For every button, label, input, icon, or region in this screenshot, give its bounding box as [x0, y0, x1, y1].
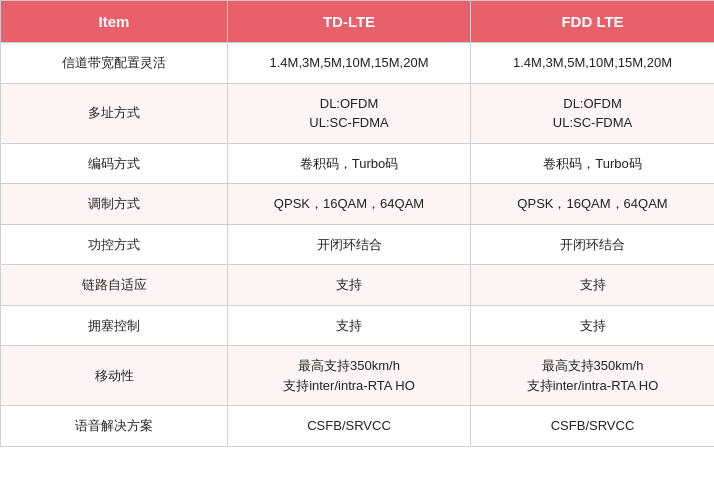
cell-item: 功控方式: [1, 224, 228, 265]
cell-item: 链路自适应: [1, 265, 228, 306]
header-item: Item: [1, 1, 228, 43]
cell-item: 信道带宽配置灵活: [1, 43, 228, 84]
cell-item: 编码方式: [1, 143, 228, 184]
table-row: 编码方式卷积码，Turbo码卷积码，Turbo码: [1, 143, 715, 184]
table-row: 拥塞控制支持支持: [1, 305, 715, 346]
cell-fddlte: 支持: [471, 305, 715, 346]
cell-tdlte: 1.4M,3M,5M,10M,15M,20M: [228, 43, 471, 84]
cell-item: 移动性: [1, 346, 228, 406]
cell-tdlte: 开闭环结合: [228, 224, 471, 265]
table-row: 信道带宽配置灵活1.4M,3M,5M,10M,15M,20M1.4M,3M,5M…: [1, 43, 715, 84]
table-row: 调制方式QPSK，16QAM，64QAMQPSK，16QAM，64QAM: [1, 184, 715, 225]
cell-fddlte: DL:OFDMUL:SC-FDMA: [471, 83, 715, 143]
cell-tdlte: 最高支持350km/h支持inter/intra-RTA HO: [228, 346, 471, 406]
table-row: 多址方式DL:OFDMUL:SC-FDMADL:OFDMUL:SC-FDMA: [1, 83, 715, 143]
cell-fddlte: 1.4M,3M,5M,10M,15M,20M: [471, 43, 715, 84]
cell-fddlte: 支持: [471, 265, 715, 306]
cell-fddlte: CSFB/SRVCC: [471, 406, 715, 447]
cell-fddlte: 最高支持350km/h支持inter/intra-RTA HO: [471, 346, 715, 406]
table-row: 链路自适应支持支持: [1, 265, 715, 306]
header-fddlte: FDD LTE: [471, 1, 715, 43]
cell-tdlte: 卷积码，Turbo码: [228, 143, 471, 184]
cell-item: 拥塞控制: [1, 305, 228, 346]
cell-tdlte: CSFB/SRVCC: [228, 406, 471, 447]
cell-fddlte: 卷积码，Turbo码: [471, 143, 715, 184]
cell-tdlte: DL:OFDMUL:SC-FDMA: [228, 83, 471, 143]
table-row: 功控方式开闭环结合开闭环结合: [1, 224, 715, 265]
cell-item: 调制方式: [1, 184, 228, 225]
cell-fddlte: 开闭环结合: [471, 224, 715, 265]
cell-tdlte: QPSK，16QAM，64QAM: [228, 184, 471, 225]
table-row: 移动性最高支持350km/h支持inter/intra-RTA HO最高支持35…: [1, 346, 715, 406]
cell-item: 语音解决方案: [1, 406, 228, 447]
cell-item: 多址方式: [1, 83, 228, 143]
cell-fddlte: QPSK，16QAM，64QAM: [471, 184, 715, 225]
cell-tdlte: 支持: [228, 265, 471, 306]
table-row: 语音解决方案CSFB/SRVCCCSFB/SRVCC: [1, 406, 715, 447]
header-tdlte: TD-LTE: [228, 1, 471, 43]
cell-tdlte: 支持: [228, 305, 471, 346]
